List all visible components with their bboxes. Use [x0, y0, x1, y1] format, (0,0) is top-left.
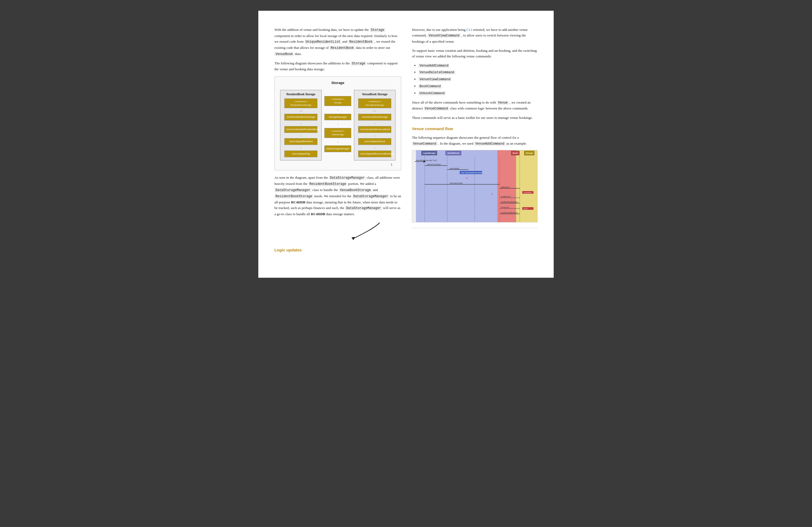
venue-command-code-abstract: VenueCommand — [424, 107, 449, 111]
right-para-1: However, due to our application being CL… — [412, 27, 538, 45]
cli-link[interactable]: CLI — [466, 28, 472, 32]
svg-text:execute(venue add "foo"): execute(venue add "foo") — [416, 160, 437, 162]
venue-delete-command-code: VenueDeleteCommand — [418, 70, 455, 75]
svg-text::VenueAdd: :VenueAdd — [524, 192, 532, 194]
sequence-diagram: LogicManager AbcDefParser Model Storage — [412, 150, 538, 223]
section-divider — [412, 228, 538, 228]
seq-content: execute(venue add "foo") parseCommand pa… — [412, 156, 537, 222]
diagram-inner: ResidentBook Storage <<interface>>Reside… — [278, 88, 398, 163]
resident-book-storage-code-3: ResidentBookStorage — [274, 194, 313, 199]
intro-paragraph-1: With the addition of venue and booking d… — [274, 27, 401, 57]
venue-add-command-code-example: VenueAddCommand — [474, 142, 505, 146]
interface-storage: <<interface>>Storage — [324, 96, 351, 106]
right-para-4: These commands will serve as a basic too… — [412, 115, 538, 120]
storage-code-2: Storage — [351, 61, 366, 66]
json-adapted-venue: JsonAdaptedVenue — [358, 138, 391, 145]
json-adapted-tag: JsonAdaptedTag — [284, 151, 317, 157]
interface-data-storage: <<interface>>DataStorage — [324, 128, 351, 138]
venue-view-command-code-1: VenueViewCommand — [427, 33, 461, 38]
logic-updates-section: Logic updates — [274, 247, 401, 254]
arrow-svg — [331, 220, 385, 241]
resident-book-code-2: ResidentBook — [330, 46, 355, 50]
storage-manager: StorageManager — [324, 114, 351, 120]
data-storage-manager: DataStorageManager — [324, 146, 351, 152]
json-venue-book-storage: JsonVenueBookStorage — [358, 114, 391, 120]
interface-venue-book-storage: <<interface>>VenueBookStorage — [358, 99, 391, 108]
seq-header-row: LogicManager AbcDefParser Model Storage — [412, 150, 537, 156]
interface-resident-book-storage: <<interface>>ResidentBookStorage — [284, 99, 317, 108]
venue-add-command-code: VenueAddCommand — [418, 64, 450, 68]
page-container: With the addition of venue and booking d… — [258, 11, 554, 278]
svg-text:parseCommand: parseCommand — [427, 163, 441, 166]
right-column: However, due to our application being CL… — [412, 27, 538, 256]
actor-storage: Storage — [524, 151, 534, 156]
actor-logic-manager: LogicManager — [421, 151, 437, 156]
json-serializable-venue-book: JsonSerializableVenueBook — [358, 126, 391, 133]
svg-text:venueList: venueList — [501, 206, 509, 208]
list-item-unbook: UnbookCommand — [418, 90, 538, 96]
data-storage-manager-code-3: DataStorageManager — [352, 194, 389, 199]
data-storage-manager-code-1: DataStorageManager — [329, 176, 366, 180]
venue-book-storage-section: VenueBook Storage <<interface>>VenueBook… — [354, 90, 395, 161]
list-item-venue-delete: VenueDeleteCommand — [418, 69, 538, 75]
book-command-code: BookCommand — [418, 84, 442, 89]
actor-ab-parser: AbcDefParser — [446, 151, 461, 156]
left-column: With the addition of venue and booking d… — [274, 27, 401, 256]
logic-updates-heading: Logic updates — [274, 247, 401, 254]
venue-book-storage-title: VenueBook Storage — [356, 92, 393, 97]
seq-diagram-inner: LogicManager AbcDefParser Model Storage — [412, 150, 537, 222]
resident-book-code-1: ResidentBook — [348, 40, 374, 44]
json-serializable-resident-book: JsonSerializableResidentBook — [284, 126, 317, 133]
venue-command-flow-heading: Venue command flow — [412, 125, 538, 132]
venue-book-storage-code-2: VenueBookStorage — [339, 188, 372, 192]
list-item-book: BookCommand — [418, 83, 538, 89]
svg-marker-0 — [351, 237, 355, 240]
unbook-command-code: UnbookCommand — [418, 91, 446, 95]
venue-code: Venue — [497, 101, 509, 105]
list-item-venue-add: VenueAddCommand — [418, 62, 538, 69]
resident-book-storage-code-2: ResidentBookStorage — [308, 182, 347, 186]
arrow-annotation-area — [274, 220, 401, 241]
json-adapted-resident: JsonAdaptedResident — [284, 138, 317, 145]
seq-diagram-svg: execute(venue add "foo") parseCommand pa… — [412, 156, 537, 222]
svg-text:result: result — [524, 208, 528, 210]
list-item-venue-view: VenueViewCommand — [418, 76, 538, 82]
unique-resident-list-code: UniqueResidentList — [305, 40, 342, 44]
resident-book-storage-section: ResidentBook Storage <<interface>>Reside… — [280, 90, 322, 161]
center-storage-column: <<interface>>Storage ↓ StorageManager ↓ … — [324, 90, 351, 153]
venue-view-command-code-list: VenueViewCommand — [418, 77, 451, 81]
svg-text:×: × — [466, 176, 467, 180]
storage-code-1: Storage — [370, 28, 385, 32]
svg-text:addVenue: addVenue — [501, 186, 510, 188]
data-storage-manager-code-4: DataStorageManager — [345, 206, 382, 210]
svg-text:residentList: residentList — [501, 196, 511, 197]
diagram-title: Storage — [278, 80, 398, 86]
below-diagram-paragraph: As seen in the diagram, apart from the D… — [274, 175, 401, 217]
rc4hdb-bold-1: RC4HDB — [291, 200, 305, 204]
venue-command-code-flow: VenueCommand — [412, 142, 437, 146]
json-adapted-recurrent-booking: JsonAdaptedRecurrentBooking — [358, 151, 391, 157]
svg-text:parse(args): parse(args) — [450, 167, 460, 169]
resident-book-storage-title: ResidentBook Storage — [282, 92, 319, 97]
svg-text:new VenueAddCommand: new VenueAddCommand — [461, 172, 482, 174]
data-storage-manager-code-2: DataStorageManager — [274, 188, 311, 192]
rc4hdb-bold-2: RC4HDB — [311, 212, 325, 216]
actor-model: Model — [511, 151, 520, 156]
right-para-3: Since all of the above commands have som… — [412, 100, 538, 112]
right-para-2: To support basic venue creation and dele… — [412, 48, 538, 59]
right-para-5: The following sequence diagram showcases… — [412, 135, 538, 147]
svg-text:×: × — [491, 192, 493, 196]
diagram-note-1: 1 — [391, 163, 393, 166]
svg-text:execute(model): execute(model) — [450, 182, 463, 184]
venue-book-code-1: VenueBook — [274, 52, 294, 56]
intro-paragraph-2: The following diagram showcases the addi… — [274, 60, 401, 72]
json-resident-book-storage: JsonResidentBookStorage — [284, 114, 317, 120]
storage-diagram: Storage ResidentBook Storage <<interface… — [274, 76, 401, 171]
svg-text:saveVenueBookList: saveVenueBookList — [501, 212, 518, 214]
svg-text:confirmResidentList: confirmResidentList — [501, 201, 518, 203]
venue-commands-list: VenueAddCommand VenueDeleteCommand Venue… — [418, 62, 538, 96]
two-column-layout: With the addition of venue and booking d… — [274, 27, 538, 256]
